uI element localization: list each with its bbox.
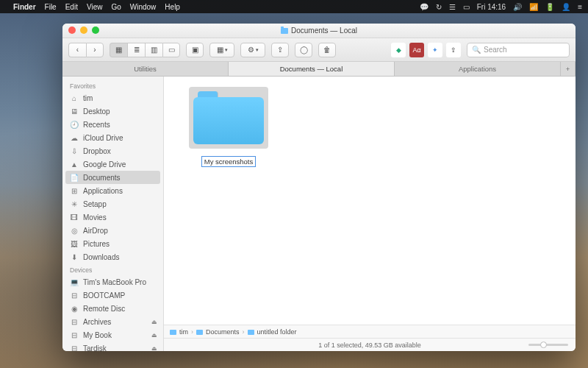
dropbox-icon: ⇩	[70, 147, 79, 155]
chevron-left-icon: ‹	[76, 46, 79, 54]
window-title: Documents — Local	[281, 26, 357, 35]
menu-file[interactable]: File	[45, 3, 57, 11]
tab[interactable]: Applications	[395, 62, 561, 76]
toolbar-app-icon[interactable]: ✦	[428, 43, 442, 57]
gallery-view-button[interactable]: ▭	[162, 43, 180, 57]
sidebar-item[interactable]: 🖼Pictures	[62, 237, 163, 250]
sidebar-item[interactable]: ⊟Archives⏏	[62, 315, 163, 328]
folder-icon	[248, 330, 254, 335]
icon-view-button[interactable]: ▦	[110, 43, 127, 57]
menu-view[interactable]: View	[87, 3, 103, 11]
group-button[interactable]: ▣	[186, 43, 204, 57]
eject-icon[interactable]: ⏏	[151, 345, 157, 352]
menu-help[interactable]: Help	[165, 3, 180, 11]
minimize-button[interactable]	[80, 26, 87, 34]
search-field[interactable]: 🔍 Search	[467, 43, 570, 57]
zoom-button[interactable]	[92, 26, 99, 34]
sidebar-item[interactable]: ⌂tim	[62, 91, 163, 105]
content-area[interactable]: My screenshots	[164, 77, 576, 325]
share-button[interactable]: ⇪	[271, 43, 289, 57]
sidebar-item-label: Dropbox	[83, 147, 111, 155]
sidebar-item[interactable]: ◉Remote Disc	[62, 302, 163, 315]
slider-thumb[interactable]	[540, 342, 547, 348]
clock-icon: 🕘	[70, 121, 79, 129]
sidebar-item[interactable]: ⊟My Book⏏	[62, 328, 163, 342]
trash-button[interactable]: 🗑	[318, 43, 336, 57]
menu-go[interactable]: Go	[111, 3, 121, 11]
eject-icon[interactable]: ⏏	[151, 332, 157, 339]
apps-icon: ⊞	[70, 187, 79, 195]
sidebar-item[interactable]: ⊟Tardisk⏏	[62, 342, 163, 351]
status-display-icon[interactable]: ▭	[463, 3, 470, 11]
forward-button[interactable]: ›	[86, 43, 104, 57]
sidebar-item[interactable]: 🕘Recents	[62, 118, 163, 131]
status-sync-icon[interactable]: ↻	[436, 3, 442, 11]
status-notifications-icon[interactable]: ≡	[578, 3, 582, 11]
eject-icon[interactable]: ⏏	[151, 319, 157, 325]
menubar-clock[interactable]: Fri 14:16	[477, 3, 506, 11]
disc-icon: ◉	[70, 305, 79, 313]
sidebar-item[interactable]: 🖥Desktop	[62, 105, 163, 118]
sidebar-item[interactable]: 📄Documents	[65, 171, 160, 184]
list-view-button[interactable]: ≣	[127, 43, 145, 57]
grid-icon: ▦	[217, 46, 223, 54]
sidebar-item[interactable]: ◎AirDrop	[62, 224, 163, 237]
toolbar-app-chips: ◆Aα✦⇪	[391, 43, 461, 57]
sidebar-item-label: Remote Disc	[83, 305, 125, 313]
airdrop-icon: ◎	[70, 227, 79, 235]
sidebar-item[interactable]: ⇩Dropbox	[62, 144, 163, 158]
tags-button[interactable]: ◯	[295, 43, 312, 57]
close-button[interactable]	[68, 26, 76, 34]
sidebar-item[interactable]: ⊞Applications	[62, 184, 163, 197]
trash-icon: 🗑	[323, 46, 331, 54]
status-battery-icon[interactable]: 🔋	[545, 3, 554, 11]
column-view-button[interactable]: ▥	[145, 43, 162, 57]
desktop-icon: 🖥	[70, 107, 79, 116]
rename-field[interactable]: My screenshots	[201, 156, 257, 167]
status-volume-icon[interactable]: 🔊	[513, 3, 522, 11]
sidebar-item-label: tim	[83, 94, 93, 102]
path-segment[interactable]: Documents	[206, 328, 240, 336]
toolbar: ‹ › ▦ ≣ ▥ ▭ ▣ ▦▾ ⚙▾ ⇪ ◯ 🗑 ◆Aα✦⇪ 🔍 Search	[62, 38, 576, 62]
sidebar-item-label: Tim's MacBook Pro	[83, 278, 146, 286]
path-segment[interactable]: tim	[179, 328, 188, 336]
tab[interactable]: Utilities	[62, 62, 229, 76]
status-menu-icon[interactable]: ☰	[449, 3, 456, 11]
sidebar-item[interactable]: ⬇Downloads	[62, 250, 163, 263]
list-view-icon: ≣	[134, 46, 140, 54]
laptop-icon: 💻	[70, 278, 79, 286]
path-segment[interactable]: untitled folder	[257, 328, 297, 336]
group-icon: ▣	[192, 46, 198, 54]
status-user-icon[interactable]: 👤	[562, 3, 570, 11]
sidebar-item[interactable]: 🎞Movies	[62, 210, 163, 224]
status-wifi-icon[interactable]: 📶	[529, 3, 538, 11]
arrange-menu[interactable]: ▦▾	[209, 43, 234, 57]
sidebar-item[interactable]: ▲Google Drive	[62, 158, 163, 171]
menu-edit[interactable]: Edit	[65, 3, 78, 11]
app-menu[interactable]: Finder	[13, 3, 36, 11]
disk-icon: ⊟	[70, 291, 79, 300]
disk-icon: ⊟	[70, 331, 79, 339]
toolbar-app-icon[interactable]: ⇪	[446, 43, 461, 57]
sidebar-item[interactable]: ☁iCloud Drive	[62, 131, 163, 144]
disk-icon: ⊟	[70, 344, 79, 352]
sidebar-item[interactable]: 💻Tim's MacBook Pro	[62, 275, 163, 289]
sidebar-item-label: Archives	[83, 318, 111, 326]
toolbar-app-icon[interactable]: Aα	[409, 43, 424, 57]
folder-item[interactable]: My screenshots	[184, 87, 273, 167]
sidebar-item[interactable]: ✳Setapp	[62, 197, 163, 210]
tag-icon: ◯	[300, 46, 308, 54]
toolbar-app-icon[interactable]: ◆	[391, 43, 406, 57]
titlebar[interactable]: Documents — Local	[62, 24, 576, 38]
icon-view-icon: ▦	[115, 46, 122, 54]
new-tab-button[interactable]: +	[561, 62, 576, 76]
menu-window[interactable]: Window	[130, 3, 157, 11]
action-menu[interactable]: ⚙▾	[240, 43, 265, 57]
icon-size-slider[interactable]	[528, 344, 568, 346]
tab[interactable]: Documents — Local	[229, 62, 395, 76]
gear-icon: ⚙	[248, 46, 254, 54]
movie-icon: 🎞	[70, 213, 79, 222]
status-chat-icon[interactable]: 💬	[420, 3, 429, 11]
back-button[interactable]: ‹	[68, 43, 86, 57]
sidebar-item[interactable]: ⊟BOOTCAMP	[62, 289, 163, 302]
